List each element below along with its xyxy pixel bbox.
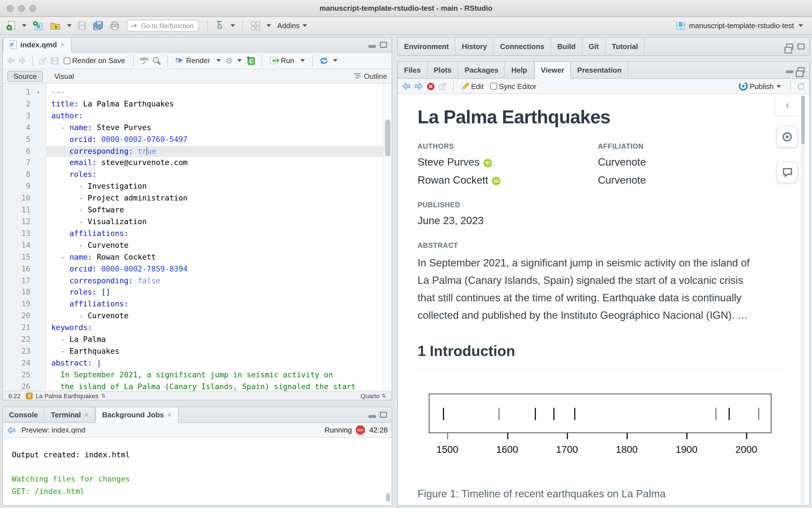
spellcheck-button[interactable]: ABC ✓ [140, 56, 149, 65]
version-control-button[interactable]: G [214, 20, 226, 32]
viewer-scrollbar[interactable] [801, 94, 805, 505]
render-on-save-checkbox[interactable] [64, 57, 71, 64]
open-in-browser-icon[interactable] [438, 82, 447, 90]
render-caret[interactable] [216, 59, 221, 62]
minimize-pane-icon[interactable] [369, 412, 376, 418]
code-line[interactable]: 10 - Project administration [3, 193, 383, 204]
code-line[interactable]: 19 affiliations: [3, 299, 383, 310]
code-line[interactable]: 9 - Investigation [3, 181, 383, 193]
save-all-button[interactable] [91, 20, 105, 31]
code-line[interactable]: 20 - Curvenote [3, 310, 383, 322]
run-button[interactable]: Run [269, 55, 296, 66]
new-file-button[interactable] [4, 19, 17, 32]
minimize-pane-icon[interactable] [786, 67, 794, 73]
version-control-caret[interactable] [231, 24, 235, 27]
code-line[interactable]: 3author: [3, 111, 383, 122]
code-editor[interactable]: 1---2title: La Palma Earthquakes3author:… [3, 83, 392, 391]
orcid-icon[interactable]: iD [484, 159, 492, 167]
source-rerun-caret[interactable] [333, 59, 337, 62]
restore-pane-icon[interactable] [797, 67, 805, 73]
tab-console[interactable]: Console [3, 407, 45, 422]
back-icon[interactable] [7, 57, 15, 64]
close-tab-icon[interactable] [167, 411, 172, 419]
settings-gear-icon[interactable]: ⚙ [226, 55, 233, 66]
tab-files[interactable]: Files [398, 62, 428, 78]
code-line[interactable]: 8 roles: [3, 169, 383, 181]
code-line[interactable]: 2title: La Palma Earthquakes [3, 98, 383, 111]
outline-button[interactable]: Outline [354, 72, 387, 80]
code-line[interactable]: 11 - Software [3, 204, 383, 216]
publish-button[interactable]: Publish [737, 81, 784, 92]
goto-file-input[interactable] [140, 21, 195, 30]
settings-caret[interactable] [238, 59, 242, 62]
source-rerun-icon[interactable] [319, 56, 328, 65]
code-line[interactable]: 26 the island of La Palma (Canary Island… [3, 381, 383, 391]
code-line[interactable]: 22 - La Palma [3, 334, 383, 346]
document-format-button[interactable]: Quarto [361, 392, 386, 399]
stop-job-icon[interactable]: STOP [356, 425, 365, 435]
viewer-scrollbar-thumb[interactable] [801, 96, 805, 144]
forward-icon[interactable] [18, 57, 26, 64]
code-line[interactable]: 6 corresponding: true [3, 145, 383, 158]
code-line[interactable]: 24abstract: | [3, 357, 383, 370]
open-file-caret[interactable] [67, 24, 72, 27]
tab-terminal[interactable]: Terminal [45, 407, 95, 422]
save-icon[interactable] [51, 56, 58, 65]
edit-button[interactable]: Edit [460, 81, 485, 91]
code-line[interactable]: 17 corresponding: false [3, 275, 383, 287]
render-button[interactable]: Render [174, 55, 212, 66]
print-button[interactable] [108, 20, 121, 31]
code-line[interactable]: 15 - name: Rowan Cockett [3, 251, 383, 263]
run-caret[interactable] [300, 59, 305, 62]
open-file-button[interactable] [48, 20, 63, 31]
console-scrollbar-thumb[interactable] [386, 493, 390, 502]
tab-help[interactable]: Help [505, 62, 534, 78]
maximize-pane-icon[interactable] [380, 412, 387, 418]
new-file-caret[interactable] [22, 24, 27, 27]
source-toggle[interactable]: Source [7, 71, 43, 81]
code-line[interactable]: 16 orcid: 0000-0002-7859-8394 [3, 263, 383, 275]
tab-connections[interactable]: Connections [494, 38, 551, 55]
viewer-back-icon[interactable] [402, 82, 411, 90]
refresh-icon[interactable] [797, 82, 805, 90]
annotation-button[interactable] [776, 162, 798, 183]
chunk-navigator[interactable]: # La Palma Earthquakes [26, 392, 106, 399]
code-line[interactable]: 1--- [3, 87, 383, 98]
code-line[interactable]: 12 - Visualization [3, 216, 383, 228]
close-tab-icon[interactable] [60, 41, 65, 49]
pane-layout-button[interactable] [249, 20, 262, 31]
clear-viewer-icon[interactable] [427, 82, 435, 90]
tab-background-jobs[interactable]: Background Jobs [95, 407, 178, 423]
fold-arrow-icon[interactable] [31, 87, 46, 98]
tab-build[interactable]: Build [551, 38, 582, 55]
maximize-pane-icon[interactable] [380, 42, 387, 48]
code-line[interactable]: 13 affiliations: [3, 228, 383, 240]
code-line[interactable]: 25 In September 2021, a significant jump… [3, 370, 383, 381]
pane-layout-caret[interactable] [267, 24, 271, 27]
tab-packages[interactable]: Packages [458, 62, 505, 78]
visual-toggle[interactable]: Visual [48, 71, 79, 81]
sync-editor-checkbox[interactable] [490, 83, 497, 90]
code-line[interactable]: 21keywords: [3, 322, 383, 334]
tab-tutorial[interactable]: Tutorial [606, 38, 645, 55]
back-icon[interactable] [7, 426, 16, 434]
viewer-forward-icon[interactable] [414, 82, 423, 90]
code-line[interactable]: 7 email: steve@curvenote.com [3, 158, 383, 169]
project-menu-button[interactable]: R manuscript-template-rstudio-test [672, 20, 808, 32]
sync-editor-control[interactable]: Sync Editor [489, 81, 538, 91]
render-on-save-control[interactable]: Render on Save [62, 55, 127, 66]
tab-plots[interactable]: Plots [428, 62, 458, 78]
new-project-button[interactable]: R [31, 19, 45, 32]
insert-chunk-button[interactable]: C [247, 56, 255, 65]
editor-scrollbar[interactable] [383, 83, 392, 391]
maximize-pane-icon[interactable] [797, 43, 805, 50]
console-output[interactable]: Output created: index.html Watching file… [3, 437, 392, 505]
tab-presentation[interactable]: Presentation [571, 62, 628, 78]
close-tab-icon[interactable] [84, 411, 88, 419]
tab-viewer[interactable]: Viewer [534, 62, 571, 79]
code-line[interactable]: 23 - Earthquakes [3, 346, 383, 357]
open-in-window-icon[interactable] [39, 56, 47, 65]
collapse-panel-button[interactable]: ‹ [775, 94, 800, 116]
code-line[interactable]: 14 - Curvenote [3, 240, 383, 252]
save-button[interactable] [76, 20, 88, 31]
